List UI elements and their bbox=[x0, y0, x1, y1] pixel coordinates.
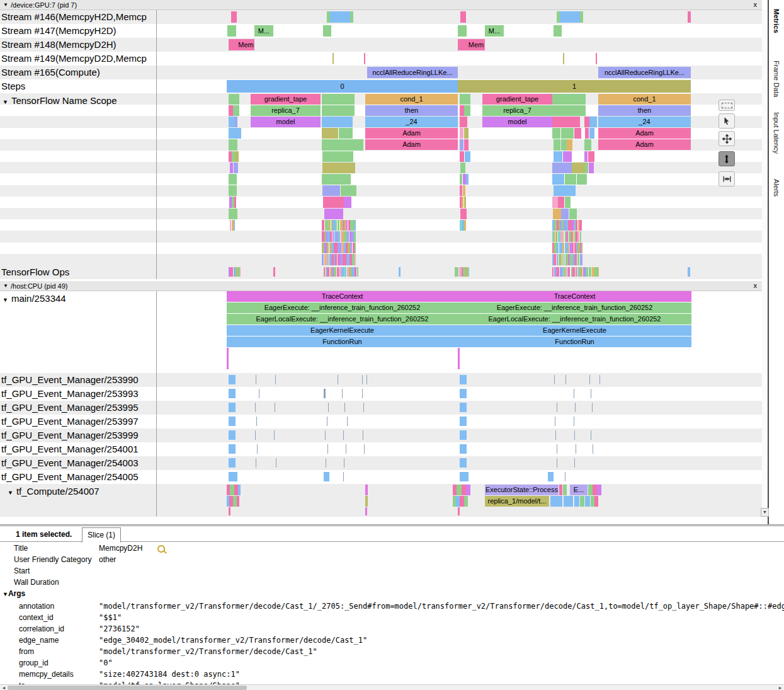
flame-slice[interactable] bbox=[463, 174, 465, 185]
flame-slice[interactable] bbox=[562, 243, 564, 253]
horizontal-scroll-thumb[interactable] bbox=[8, 686, 247, 690]
flame-slice[interactable] bbox=[334, 197, 343, 207]
pan-tool-button[interactable] bbox=[719, 131, 735, 146]
slice-eagerexecute-inference-train-function-26[interactable]: EagerExecute: __inference_train_function… bbox=[458, 302, 691, 313]
trace-slice[interactable] bbox=[229, 507, 230, 515]
flame-slice[interactable] bbox=[589, 163, 594, 173]
tab-slice[interactable]: Slice (1) bbox=[82, 527, 121, 543]
slice-executorstate-process[interactable]: ExecutorState::Process bbox=[485, 485, 559, 495]
op-slice[interactable] bbox=[357, 267, 359, 277]
flame-slice[interactable] bbox=[229, 174, 236, 185]
flame-slice[interactable] bbox=[329, 220, 331, 231]
op-slice[interactable] bbox=[334, 267, 336, 277]
trace-slice[interactable] bbox=[597, 485, 601, 495]
event-tick[interactable] bbox=[256, 458, 256, 468]
magnifier-icon[interactable] bbox=[157, 545, 165, 553]
flame-slice[interactable] bbox=[554, 185, 576, 196]
event-tick[interactable] bbox=[591, 389, 591, 398]
flame-slice[interactable] bbox=[232, 151, 234, 162]
event-tick[interactable] bbox=[324, 472, 329, 481]
trace-slice[interactable] bbox=[332, 53, 334, 64]
slice-replica-7[interactable]: replica_7 bbox=[482, 105, 552, 116]
flame-slice[interactable] bbox=[460, 163, 465, 173]
flame-slice[interactable] bbox=[554, 254, 556, 265]
flame-slice[interactable] bbox=[463, 185, 465, 196]
scroll-right-arrow[interactable]: ► bbox=[776, 685, 784, 690]
trace-slice[interactable] bbox=[457, 485, 462, 495]
trace-slice[interactable] bbox=[466, 485, 470, 495]
flame-slice[interactable] bbox=[552, 174, 564, 185]
scroll-down-arrow[interactable]: ▼ bbox=[761, 508, 769, 517]
slice-0[interactable]: 0 bbox=[227, 80, 458, 93]
flame-slice[interactable] bbox=[572, 243, 574, 253]
event-tick[interactable] bbox=[591, 430, 591, 440]
flame-slice[interactable] bbox=[341, 185, 357, 196]
flame-slice[interactable] bbox=[460, 117, 467, 127]
panel-splitter[interactable] bbox=[0, 524, 784, 526]
op-slice[interactable] bbox=[456, 267, 458, 277]
trace-slice[interactable] bbox=[460, 496, 464, 507]
trace-slice[interactable] bbox=[460, 105, 464, 116]
vertical-scrollbar[interactable] bbox=[762, 10, 768, 524]
slice-eagerexecute-inference-train-function-26[interactable]: EagerExecute: __inference_train_function… bbox=[227, 302, 458, 313]
event-tick[interactable] bbox=[557, 444, 557, 454]
op-slice[interactable] bbox=[399, 267, 401, 277]
flame-slice[interactable] bbox=[344, 197, 351, 207]
timing-tool-button[interactable] bbox=[719, 171, 735, 187]
cursor-tool-button[interactable] bbox=[719, 113, 735, 129]
trace-slice[interactable] bbox=[460, 417, 467, 426]
trace-slice[interactable] bbox=[365, 496, 368, 507]
event-tick[interactable] bbox=[343, 472, 344, 481]
slice-model[interactable]: model bbox=[482, 117, 552, 127]
flame-slice[interactable] bbox=[322, 174, 335, 185]
flame-slice[interactable] bbox=[460, 128, 463, 139]
op-slice[interactable] bbox=[590, 267, 591, 277]
slice-eagerlocalexecute-inference-train-functi[interactable]: EagerLocalExecute: __inference_train_fun… bbox=[458, 314, 691, 325]
flame-slice[interactable] bbox=[350, 243, 352, 253]
event-tick[interactable] bbox=[327, 417, 327, 426]
flame-slice[interactable] bbox=[355, 220, 356, 231]
trace-slice[interactable] bbox=[593, 485, 597, 495]
op-slice[interactable] bbox=[230, 267, 233, 277]
horizontal-scrollbar[interactable]: ◄ ► bbox=[0, 684, 784, 690]
event-tick[interactable] bbox=[343, 430, 344, 440]
slice-ncclallreduceringllke[interactable]: ncclAllReduceRingLLKe... bbox=[367, 67, 458, 78]
slice-functionrun[interactable]: FunctionRun bbox=[458, 336, 691, 347]
trace-slice[interactable] bbox=[229, 417, 236, 426]
flame-slice[interactable] bbox=[576, 220, 577, 231]
flame-slice[interactable] bbox=[230, 163, 234, 173]
flame-slice[interactable] bbox=[464, 197, 467, 207]
slice-m[interactable]: M... bbox=[254, 25, 273, 37]
trace-slice[interactable] bbox=[462, 485, 466, 495]
flame-slice[interactable] bbox=[575, 254, 577, 265]
trace-slice[interactable] bbox=[559, 485, 562, 495]
flame-slice[interactable] bbox=[336, 174, 351, 185]
flame-slice[interactable] bbox=[593, 117, 597, 127]
event-tick[interactable] bbox=[589, 375, 590, 384]
trace-slice[interactable] bbox=[564, 496, 573, 507]
zoom-tool-button[interactable] bbox=[719, 151, 735, 166]
event-tick[interactable] bbox=[362, 375, 363, 384]
slice-m[interactable]: M... bbox=[485, 25, 504, 37]
event-tick[interactable] bbox=[347, 417, 348, 426]
event-tick[interactable] bbox=[324, 389, 326, 398]
flame-slice[interactable] bbox=[232, 197, 234, 207]
trace-slice[interactable] bbox=[231, 11, 237, 23]
flame-slice[interactable] bbox=[574, 128, 581, 139]
close-cpu-button[interactable]: x bbox=[754, 282, 758, 289]
flame-slice[interactable] bbox=[336, 220, 337, 231]
trace-slice[interactable] bbox=[460, 430, 467, 440]
slice-1[interactable]: 1 bbox=[458, 80, 691, 93]
op-slice[interactable] bbox=[565, 267, 567, 277]
event-tick[interactable] bbox=[593, 444, 593, 454]
trace-slice[interactable] bbox=[596, 53, 597, 64]
trace-slice[interactable] bbox=[330, 11, 350, 23]
flame-slice[interactable] bbox=[589, 117, 593, 127]
trace-slice[interactable] bbox=[322, 94, 355, 105]
trace-slice[interactable] bbox=[458, 25, 467, 37]
slice-24[interactable]: _24 bbox=[365, 117, 458, 127]
trace-slice[interactable] bbox=[229, 403, 236, 412]
trace-slice[interactable] bbox=[229, 389, 236, 398]
flame-slice[interactable] bbox=[584, 139, 591, 150]
op-slice[interactable] bbox=[552, 267, 554, 277]
